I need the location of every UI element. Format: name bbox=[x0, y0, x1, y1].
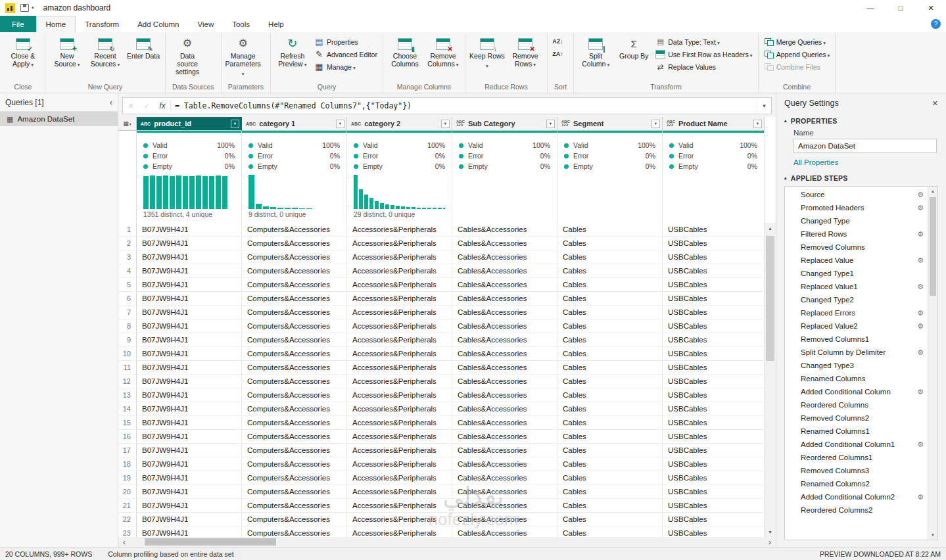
table-cell[interactable]: Cables bbox=[557, 402, 663, 416]
row-number[interactable]: 8 bbox=[118, 319, 137, 333]
table-cell[interactable]: B07JW9H4J1 bbox=[137, 333, 242, 347]
table-cell[interactable]: Accessories&Peripherals bbox=[347, 250, 452, 264]
table-cell[interactable]: Computers&Accessories bbox=[242, 361, 347, 375]
formula-expand-button[interactable]: ▾ bbox=[757, 98, 771, 114]
table-cell[interactable]: B07JW9H4J1 bbox=[137, 485, 242, 499]
table-cell[interactable]: Cables bbox=[557, 333, 663, 347]
filter-dropdown-button[interactable]: ▾ bbox=[441, 120, 450, 128]
row-number[interactable]: 22 bbox=[118, 513, 137, 526]
table-cell[interactable]: B07JW9H4J1 bbox=[137, 237, 242, 250]
cancel-formula-button[interactable]: ✕ bbox=[123, 98, 139, 114]
applied-step-removed-columns2[interactable]: Removed Columns2 bbox=[785, 411, 928, 425]
horizontal-scroll-thumb[interactable] bbox=[145, 538, 276, 546]
applied-step-split-column-by-delimiter[interactable]: Split Column by Delimiter⚙ bbox=[785, 346, 928, 359]
table-cell[interactable]: Cables&Accessories bbox=[452, 375, 557, 388]
table-cell[interactable]: B07JW9H4J1 bbox=[137, 402, 242, 416]
tab-tools[interactable]: Tools bbox=[223, 16, 259, 32]
table-cell[interactable]: Computers&Accessories bbox=[242, 319, 347, 333]
table-cell[interactable]: Computers&Accessories bbox=[242, 333, 347, 347]
step-settings-gear-icon[interactable]: ⚙ bbox=[917, 388, 924, 396]
applied-step-reordered-columns[interactable]: Reordered Columns bbox=[785, 398, 928, 411]
table-cell[interactable]: Cables bbox=[557, 444, 663, 457]
ribbon-button-keep-rows[interactable]: Keep Rows ▾ bbox=[468, 34, 506, 70]
grid-column-header-product-id[interactable]: ABCproduct_id▾ bbox=[137, 117, 242, 131]
row-number[interactable]: 21 bbox=[118, 499, 137, 513]
table-cell[interactable]: Cables bbox=[557, 485, 663, 499]
table-cell[interactable]: USBCables bbox=[663, 347, 765, 361]
step-settings-gear-icon[interactable]: ⚙ bbox=[917, 440, 924, 449]
table-cell[interactable]: USBCables bbox=[663, 471, 765, 485]
tab-add-column[interactable]: Add Column bbox=[128, 16, 188, 32]
table-cell[interactable]: Computers&Accessories bbox=[242, 402, 347, 416]
save-icon[interactable] bbox=[20, 4, 29, 12]
formula-input[interactable]: = Table.RemoveColumns(#"Renamed Columns7… bbox=[175, 101, 757, 110]
table-cell[interactable]: B07JW9H4J1 bbox=[137, 388, 242, 402]
ribbon-button-append-queries[interactable]: Append Queries ▾ bbox=[761, 48, 833, 60]
grid-column-header-category-2[interactable]: ABCcategory 2▾ bbox=[347, 117, 452, 131]
table-cell[interactable]: Cables&Accessories bbox=[452, 347, 557, 361]
table-cell[interactable]: Cables&Accessories bbox=[452, 485, 557, 499]
table-cell[interactable]: Accessories&Peripherals bbox=[347, 526, 452, 537]
applied-step-changed-type3[interactable]: Changed Type3 bbox=[785, 359, 928, 372]
ribbon-button-properties[interactable]: Properties bbox=[312, 35, 380, 48]
ribbon-button-recent-sources[interactable]: Recent Sources ▾ bbox=[86, 34, 124, 69]
table-cell[interactable]: B07JW9H4J1 bbox=[137, 250, 242, 264]
table-cell[interactable]: B07JW9H4J1 bbox=[137, 457, 242, 471]
table-cell[interactable]: Cables&Accessories bbox=[452, 471, 557, 485]
scroll-down-button[interactable]: ▼ bbox=[765, 526, 776, 537]
filter-dropdown-button[interactable]: ▾ bbox=[651, 120, 660, 128]
applied-step-removed-columns[interactable]: Removed Columns bbox=[785, 241, 928, 254]
applied-step-source[interactable]: Source⚙ bbox=[785, 188, 928, 201]
ribbon-button-combine-files[interactable]: Combine Files bbox=[761, 60, 833, 73]
horizontal-scroll-track[interactable] bbox=[130, 537, 764, 547]
table-cell[interactable]: USBCables bbox=[663, 499, 765, 513]
table-cell[interactable]: Computers&Accessories bbox=[242, 223, 347, 237]
commit-formula-button[interactable]: ✓ bbox=[139, 98, 154, 114]
tab-view[interactable]: View bbox=[189, 16, 224, 32]
table-cell[interactable]: Accessories&Peripherals bbox=[347, 333, 452, 347]
table-cell[interactable]: Accessories&Peripherals bbox=[347, 388, 452, 402]
table-cell[interactable]: Cables bbox=[557, 264, 663, 278]
ribbon-button-merge-queries[interactable]: Merge Queries ▾ bbox=[761, 35, 833, 48]
table-cell[interactable]: Cables&Accessories bbox=[452, 292, 557, 306]
table-cell[interactable]: USBCables bbox=[663, 250, 765, 264]
row-number[interactable]: 13 bbox=[118, 388, 137, 402]
table-cell[interactable]: USBCables bbox=[663, 333, 765, 347]
table-cell[interactable]: Cables&Accessories bbox=[452, 223, 557, 237]
table-cell[interactable]: Accessories&Peripherals bbox=[347, 402, 452, 416]
maximize-button[interactable]: □ bbox=[886, 0, 916, 16]
table-cell[interactable]: Accessories&Peripherals bbox=[347, 513, 452, 526]
grid-column-header-sub-category[interactable]: ABC123Sub Category▾ bbox=[452, 117, 557, 131]
scroll-right-button[interactable]: › bbox=[764, 537, 776, 547]
row-number[interactable]: 5 bbox=[118, 278, 137, 292]
applied-step-replaced-errors[interactable]: Replaced Errors⚙ bbox=[785, 306, 928, 319]
row-number[interactable]: 23 bbox=[118, 526, 137, 537]
table-cell[interactable]: Accessories&Peripherals bbox=[347, 361, 452, 375]
table-cell[interactable]: B07JW9H4J1 bbox=[137, 526, 242, 537]
steps-scroll-thumb[interactable] bbox=[930, 197, 936, 296]
tab-file[interactable]: File bbox=[0, 16, 36, 32]
applied-step-removed-columns1[interactable]: Removed Columns1 bbox=[785, 333, 928, 346]
row-number[interactable]: 7 bbox=[118, 306, 137, 319]
step-settings-gear-icon[interactable]: ⚙ bbox=[917, 230, 924, 239]
ribbon-button-remove-rows[interactable]: Remove Rows ▾ bbox=[506, 34, 544, 69]
table-cell[interactable]: B07JW9H4J1 bbox=[137, 223, 242, 237]
step-settings-gear-icon[interactable]: ⚙ bbox=[917, 309, 924, 317]
applied-step-reordered-columns1[interactable]: Reordered Columns1 bbox=[785, 451, 928, 464]
row-number[interactable]: 11 bbox=[118, 361, 137, 375]
table-cell[interactable]: B07JW9H4J1 bbox=[137, 513, 242, 526]
ribbon-button-enter-data[interactable]: Enter Data bbox=[124, 34, 162, 60]
table-cell[interactable]: Computers&Accessories bbox=[242, 306, 347, 319]
table-cell[interactable]: Cables&Accessories bbox=[452, 388, 557, 402]
applied-step-renamed-columns[interactable]: Renamed Columns bbox=[785, 372, 928, 385]
applied-step-reordered-columns2[interactable]: Reordered Columns2 bbox=[785, 503, 928, 517]
table-cell[interactable]: Computers&Accessories bbox=[242, 375, 347, 388]
applied-step-replaced-value[interactable]: Replaced Value⚙ bbox=[785, 254, 928, 267]
steps-scroll-down-button[interactable]: ▼ bbox=[928, 530, 937, 540]
table-cell[interactable]: Computers&Accessories bbox=[242, 416, 347, 430]
table-cell[interactable]: B07JW9H4J1 bbox=[137, 416, 242, 430]
ribbon-button-sort-desc[interactable] bbox=[550, 48, 565, 60]
table-cell[interactable]: B07JW9H4J1 bbox=[137, 292, 242, 306]
table-cell[interactable]: USBCables bbox=[663, 388, 765, 402]
table-cell[interactable]: Computers&Accessories bbox=[242, 250, 347, 264]
